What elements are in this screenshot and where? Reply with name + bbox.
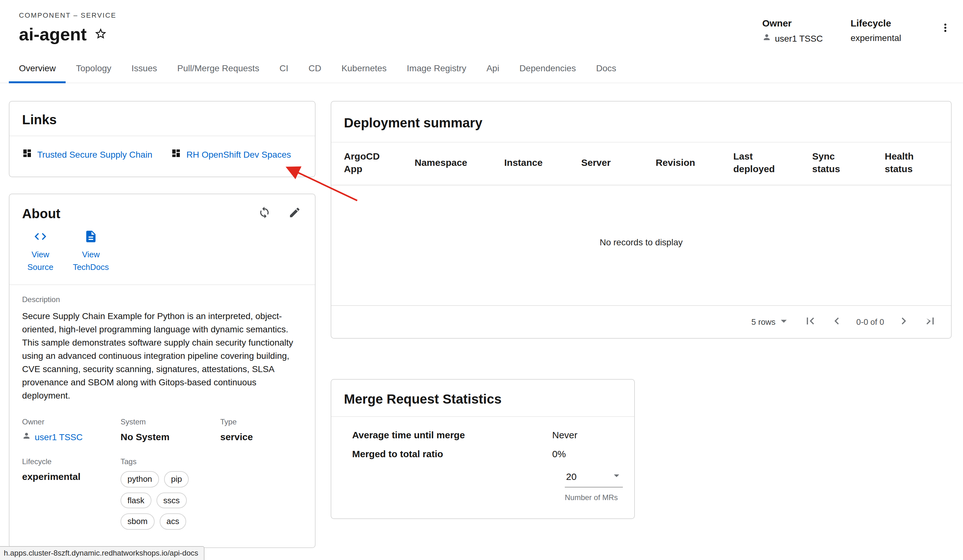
entity-tabs: Overview Topology Issues Pull/Merge Requ… [0,55,963,83]
empty-state-row: No records to display [331,185,951,305]
rows-per-page-select[interactable]: 5 rows [751,314,791,330]
tag-chip: pip [164,471,189,487]
view-techdocs-button[interactable]: View TechDocs [70,230,112,273]
table-pagination: 5 rows 0-0 o [331,305,951,338]
header-meta: Owner user1 TSSC Lifecycle experimental [762,11,953,44]
last-page-button[interactable] [923,314,937,330]
header-owner: Owner user1 TSSC [762,18,823,44]
first-page-button[interactable] [803,314,817,330]
star-outline-icon [94,27,108,42]
links-card-header: Links [10,102,315,136]
dashboard-icon [22,148,32,161]
person-icon [762,33,771,44]
tab-overview[interactable]: Overview [9,55,66,83]
tab-api[interactable]: Api [477,55,509,83]
deployment-card-title: Deployment summary [344,115,482,131]
edit-pencil-icon [289,206,301,221]
header-lifecycle: Lifecycle experimental [851,18,901,43]
right-column: Deployment summary ArgoCD App Namespace … [331,101,952,519]
merge-request-stats-card: Merge Request Statistics Average time un… [331,379,635,519]
lifecycle-label: Lifecycle [851,18,901,28]
mr-card-body: Average time until merge Never Merged to… [331,416,634,518]
tab-docs[interactable]: Docs [586,55,626,83]
column-namespace: Namespace [407,142,497,185]
stat-row-merged-ratio: Merged to total ratio 0% [352,448,623,459]
tab-cd[interactable]: CD [298,55,331,83]
page-header: COMPONENT – SERVICE ai-agent Owner user1… [0,0,963,45]
refresh-icon [258,206,271,221]
tags-list: python pip flask sscs sbom acs [120,471,201,530]
links-card-title: Links [22,112,57,127]
about-fields: Owner user1 TSSC System No System [22,418,302,530]
more-options-button[interactable] [938,20,953,37]
column-last-deployed: Last deployed [726,142,805,185]
about-card-title: About [22,206,60,221]
edit-button[interactable] [287,205,302,222]
owner-value: user1 TSSC [762,33,823,44]
lifecycle-value: experimental [851,33,901,43]
tag-chip: flask [120,492,151,508]
tab-image-registry[interactable]: Image Registry [397,55,476,83]
column-argocd-app: ArgoCD App [331,142,407,185]
tab-topology[interactable]: Topology [66,55,122,83]
column-server: Server [574,142,648,185]
dropdown-caret-icon [610,469,623,483]
chevron-left-icon [830,314,844,330]
entity-kind-eyebrow: COMPONENT – SERVICE [19,11,117,19]
document-icon [84,230,98,245]
about-card-header: About [10,194,315,223]
field-system: System No System [120,418,220,442]
stat-row-avg-merge-time: Average time until merge Never [352,429,623,440]
description-text: Secure Supply Chain Example for Python i… [22,310,302,402]
link-rh-openshift-dev-spaces[interactable]: RH OpenShift Dev Spaces [171,148,291,161]
deployment-table: ArgoCD App Namespace Instance Server Rev… [331,142,951,305]
empty-state-text: No records to display [331,185,951,305]
previous-page-button[interactable] [830,314,844,330]
pagination-range: 0-0 of 0 [856,317,884,326]
code-icon [34,230,47,245]
tag-chip: python [120,471,159,487]
tab-dependencies[interactable]: Dependencies [509,55,586,83]
kebab-menu-icon [939,26,952,36]
mr-count-select[interactable]: 20 [565,467,623,487]
tag-chip: sbom [120,513,155,529]
mr-count-caption: Number of MRs [565,493,623,502]
tab-pull-merge-requests[interactable]: Pull/Merge Requests [167,55,269,83]
field-owner: Owner user1 TSSC [22,418,120,442]
last-page-icon [923,314,937,330]
content-area: Links Trusted Secure Supply Chain [0,83,963,548]
dashboard-icon [171,148,182,161]
field-type: Type service [220,418,302,442]
link-preview-statusbar: h.apps.cluster-8szft.dynamic.redhatworks… [0,546,204,560]
description-label: Description [22,295,302,304]
view-source-button[interactable]: View Source [19,230,61,273]
owner-link[interactable]: user1 TSSC [22,431,120,442]
next-page-button[interactable] [897,314,911,330]
favorite-star-button[interactable] [94,27,108,42]
deployment-table-header-row: ArgoCD App Namespace Instance Server Rev… [331,142,951,185]
mr-card-title: Merge Request Statistics [344,391,502,406]
column-instance: Instance [497,142,574,185]
deployment-summary-card: Deployment summary ArgoCD App Namespace … [331,101,952,338]
tab-issues[interactable]: Issues [122,55,167,83]
entity-page: COMPONENT – SERVICE ai-agent Owner user1… [0,0,963,560]
left-column: Links Trusted Secure Supply Chain [9,101,316,548]
mr-count-select-wrap: 20 Number of MRs [565,467,623,502]
first-page-icon [803,314,817,330]
about-actions: View Source View TechDocs [10,223,315,285]
field-lifecycle: Lifecycle experimental [22,457,120,530]
column-health-status: Health status [877,142,951,185]
tag-chip: acs [160,513,186,529]
person-icon [22,431,31,442]
column-sync-status: Sync status [805,142,877,185]
chevron-right-icon [897,314,911,330]
tab-ci[interactable]: CI [269,55,298,83]
page-title: ai-agent [19,24,87,45]
header-left: COMPONENT – SERVICE ai-agent [19,11,117,45]
tab-kubernetes[interactable]: Kubernetes [331,55,397,83]
link-trusted-secure-supply-chain[interactable]: Trusted Secure Supply Chain [22,148,152,161]
dropdown-caret-icon [777,314,791,330]
refresh-button[interactable] [257,205,272,222]
mr-card-header: Merge Request Statistics [331,379,634,416]
field-tags: Tags python pip flask sscs sbom acs [120,457,220,530]
